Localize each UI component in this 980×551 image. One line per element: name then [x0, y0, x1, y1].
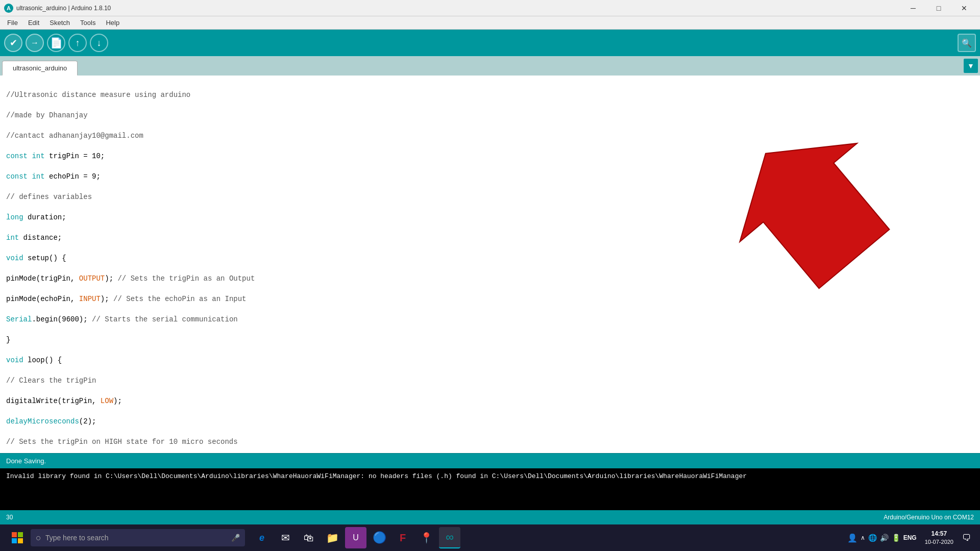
window-controls: ─ □ ✕ [901, 1, 976, 15]
mail-taskbar-icon[interactable]: ✉ [275, 527, 296, 548]
serial-monitor-button[interactable]: 🔍 [958, 34, 976, 52]
line-number: 30 [6, 514, 13, 521]
language-indicator[interactable]: ENG [903, 534, 917, 541]
tab-ultrasonic-arduino[interactable]: ultrasonic_arduino [2, 61, 78, 76]
menu-bar: File Edit Sketch Tools Help [0, 16, 980, 30]
search-bar[interactable]: ○ Type here to search 🎤 [31, 529, 245, 546]
new-button[interactable]: 📄 [47, 34, 65, 52]
taskbar-right: 👤 ∧ 🌐 🔊 🔋 ENG 14:57 10-07-2020 🗨 [843, 529, 976, 547]
svg-rect-4 [18, 538, 23, 543]
upload-button[interactable]: → [26, 34, 44, 52]
verify-button[interactable]: ✔ [4, 34, 22, 52]
board-info: Arduino/Genuino Uno on COM12 [884, 514, 974, 521]
menu-sketch[interactable]: Sketch [44, 18, 75, 28]
tab-dropdown-arrow[interactable]: ▼ [964, 59, 978, 73]
editor-area[interactable]: //Ultrasonic distance measure using ardu… [0, 76, 980, 453]
console-area: Invalid library found in C:\Users\Dell\D… [0, 468, 980, 510]
svg-rect-1 [12, 532, 17, 537]
title-bar-left: A ultrasonic_arduino | Arduino 1.8.10 [4, 4, 111, 13]
console-message: Invalid library found in C:\Users\Dell\D… [6, 472, 747, 480]
toolbar: ✔ → 📄 ↑ ↓ 🔍 [0, 30, 980, 56]
clock-time: 14:57 [925, 530, 953, 538]
minimize-button[interactable]: ─ [901, 1, 925, 15]
menu-file[interactable]: File [2, 18, 23, 28]
notification-button[interactable]: 🗨 [958, 529, 976, 547]
clock[interactable]: 14:57 10-07-2020 [925, 530, 953, 546]
toolbar-right: 🔍 [958, 34, 976, 52]
edge-taskbar-icon[interactable]: e [251, 527, 273, 548]
taskbar-icons: e ✉ 🛍 📁 U 🔵 F 📍 ∞ [251, 527, 460, 548]
menu-help[interactable]: Help [101, 18, 125, 28]
title-text: ultrasonic_arduino | Arduino 1.8.10 [16, 5, 111, 12]
svg-rect-3 [12, 538, 17, 543]
volume-icon[interactable]: 🔊 [880, 534, 889, 542]
status-bar: Done Saving. [0, 453, 980, 468]
menu-edit[interactable]: Edit [23, 18, 44, 28]
taskbar: ○ Type here to search 🎤 e ✉ 🛍 📁 U 🔵 F 📍 … [0, 524, 980, 551]
start-button[interactable] [4, 524, 31, 551]
explorer-taskbar-icon[interactable]: 📁 [322, 527, 343, 548]
battery-icon[interactable]: 🔋 [892, 534, 900, 542]
filezilla-taskbar-icon[interactable]: F [392, 527, 413, 548]
store-taskbar-icon[interactable]: 🛍 [298, 527, 320, 548]
code-content: //Ultrasonic distance measure using ardu… [0, 79, 980, 453]
app-icon: A [4, 4, 13, 13]
chevron-up-icon[interactable]: ∧ [861, 534, 865, 541]
close-button[interactable]: ✕ [952, 1, 976, 15]
open-button[interactable]: ↑ [68, 34, 87, 52]
editor-wrapper: //Ultrasonic distance measure using ardu… [0, 76, 980, 453]
search-circle-icon: ○ [36, 533, 41, 543]
microphone-icon[interactable]: 🎤 [231, 534, 240, 542]
people-icon[interactable]: 👤 [847, 533, 857, 543]
arduino-taskbar-icon[interactable]: ∞ [439, 527, 460, 548]
maximize-button[interactable]: □ [927, 1, 950, 15]
uniget-taskbar-icon[interactable]: U [345, 527, 366, 548]
menu-tools[interactable]: Tools [75, 18, 101, 28]
bottom-strip: 30 Arduino/Genuino Uno on COM12 [0, 510, 980, 524]
save-button[interactable]: ↓ [90, 34, 108, 52]
search-placeholder-text: Type here to search [45, 534, 109, 542]
tab-bar: ultrasonic_arduino ▼ [0, 56, 980, 76]
clock-date: 10-07-2020 [925, 538, 953, 546]
network-icon[interactable]: 🌐 [868, 534, 877, 542]
title-bar: A ultrasonic_arduino | Arduino 1.8.10 ─ … [0, 0, 980, 16]
maps-taskbar-icon[interactable]: 📍 [415, 527, 437, 548]
status-message: Done Saving. [6, 457, 46, 465]
chrome-taskbar-icon[interactable]: 🔵 [369, 527, 390, 548]
svg-rect-2 [18, 532, 23, 537]
system-tray: 👤 ∧ 🌐 🔊 🔋 ENG [843, 533, 921, 543]
